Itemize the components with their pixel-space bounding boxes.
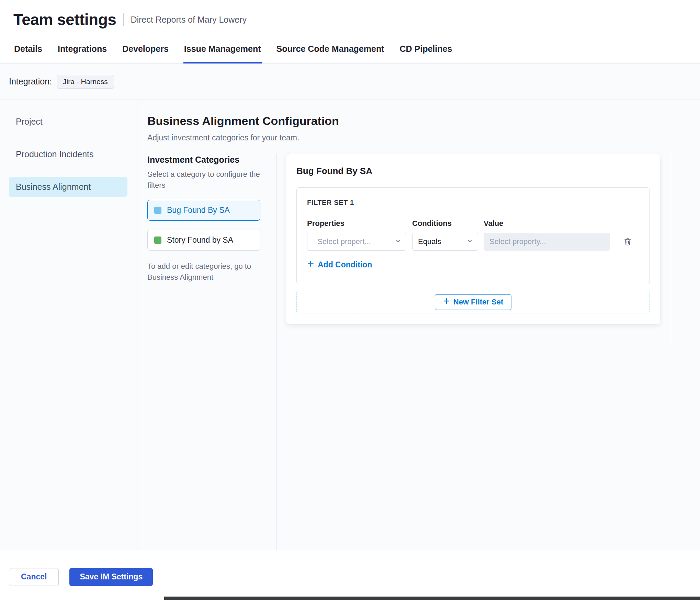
- column-header-properties: Properties: [307, 219, 412, 228]
- value-input-placeholder: Select property...: [489, 237, 546, 246]
- condition-select-value: Equals: [418, 237, 441, 246]
- condition-select[interactable]: Equals: [412, 233, 478, 251]
- save-button[interactable]: Save IM Settings: [69, 568, 153, 586]
- trash-icon: [623, 242, 632, 247]
- tab-bar: Details Integrations Developers Issue Ma…: [0, 36, 700, 64]
- filter-configuration-column: Bug Found By SA FILTER SET 1 Properties …: [277, 153, 700, 550]
- bottom-edge-bar: [164, 597, 700, 600]
- integration-bar: Integration: Jira - Harness: [0, 64, 700, 100]
- sidebar-item-production-incidents[interactable]: Production Incidents: [9, 144, 127, 164]
- tab-details[interactable]: Details: [13, 36, 43, 64]
- add-condition-button[interactable]: Add Condition: [307, 260, 372, 269]
- add-condition-label: Add Condition: [318, 260, 372, 269]
- column-header-value: Value: [484, 219, 617, 228]
- tab-cd-pipelines[interactable]: CD Pipelines: [399, 36, 453, 64]
- chevron-down-icon: [395, 237, 401, 246]
- integration-chip[interactable]: Jira - Harness: [57, 75, 114, 89]
- cancel-button[interactable]: Cancel: [9, 568, 59, 586]
- category-label: Bug Found By SA: [167, 206, 230, 215]
- integration-label: Integration:: [9, 77, 52, 86]
- sidebar-item-project[interactable]: Project: [9, 112, 127, 132]
- plus-icon: [443, 298, 450, 307]
- category-label: Story Found by SA: [167, 235, 233, 245]
- main-panel: Business Alignment Configuration Adjust …: [137, 100, 700, 550]
- plus-icon: [307, 260, 314, 269]
- settings-sidebar: Project Production Incidents Business Al…: [0, 100, 137, 550]
- categories-title: Investment Categories: [147, 155, 263, 165]
- category-story-found-by-sa[interactable]: Story Found by SA: [147, 230, 260, 251]
- config-card-title: Bug Found By SA: [296, 166, 650, 176]
- section-title: Business Alignment Configuration: [147, 114, 700, 128]
- new-filter-set-button[interactable]: New Filter Set: [435, 294, 511, 310]
- new-filter-set-dropzone: New Filter Set: [296, 291, 650, 313]
- category-color-icon: [154, 236, 161, 244]
- app-header: Team settings Direct Reports of Mary Low…: [0, 0, 700, 29]
- page-subtitle: Direct Reports of Mary Lowery: [123, 13, 247, 26]
- property-select-placeholder: - Select propert...: [313, 237, 371, 246]
- value-input[interactable]: Select property...: [484, 233, 610, 251]
- page-title: Team settings: [13, 10, 116, 29]
- content-area: Project Production Incidents Business Al…: [0, 100, 700, 550]
- new-filter-set-label: New Filter Set: [453, 298, 503, 307]
- investment-categories-column: Investment Categories Select a category …: [147, 153, 277, 550]
- categories-hint: Select a category to configure the filte…: [147, 169, 263, 191]
- delete-condition-button[interactable]: [623, 237, 632, 246]
- section-subtitle: Adjust investment categories for your te…: [147, 133, 700, 142]
- sidebar-item-business-alignment[interactable]: Business Alignment: [9, 177, 127, 197]
- footer-action-bar: Cancel Save IM Settings: [0, 550, 700, 599]
- scrollbar-track: [671, 153, 671, 345]
- tab-developers[interactable]: Developers: [122, 36, 169, 64]
- tab-source-code-management[interactable]: Source Code Management: [276, 36, 385, 64]
- filter-set-1: FILTER SET 1 Properties Conditions Value…: [296, 187, 650, 284]
- chevron-down-icon: [467, 237, 473, 246]
- column-header-conditions: Conditions: [412, 219, 484, 228]
- category-config-card: Bug Found By SA FILTER SET 1 Properties …: [286, 153, 660, 324]
- tab-issue-management[interactable]: Issue Management: [183, 36, 262, 64]
- filter-set-title: FILTER SET 1: [307, 199, 639, 207]
- tab-integrations[interactable]: Integrations: [57, 36, 108, 64]
- property-select[interactable]: - Select propert...: [307, 233, 406, 251]
- categories-footnote: To add or edit categories, go to Busines…: [147, 261, 263, 283]
- category-bug-found-by-sa[interactable]: Bug Found By SA: [147, 200, 260, 221]
- category-color-icon: [154, 207, 161, 214]
